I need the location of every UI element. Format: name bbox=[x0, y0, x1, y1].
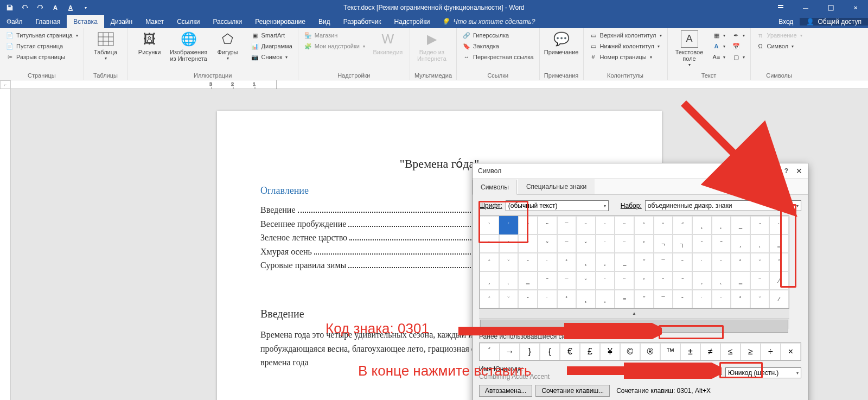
tab-symbols[interactable]: Символы bbox=[473, 180, 517, 195]
char-cell[interactable]: ˇ bbox=[499, 253, 519, 271]
recent-cell[interactable]: ≤ bbox=[720, 343, 741, 360]
char-cell[interactable]: ¯ bbox=[557, 271, 577, 290]
char-cell[interactable]: ¨ bbox=[615, 271, 634, 290]
wikipedia-button[interactable]: WВикипедия bbox=[371, 30, 405, 55]
recent-cell[interactable]: ÷ bbox=[761, 343, 781, 360]
tab-special[interactable]: Специальные знаки bbox=[518, 179, 595, 194]
recent-cell[interactable]: { bbox=[540, 343, 560, 360]
char-cell[interactable]: ¨ bbox=[712, 253, 731, 271]
char-cell[interactable]: ˛ bbox=[596, 290, 615, 308]
char-cell[interactable]: ˆ bbox=[518, 216, 538, 234]
char-cell[interactable]: ` bbox=[480, 216, 499, 234]
char-cell[interactable]: ˛ bbox=[596, 253, 615, 271]
equation-button[interactable]: πУравнение▾ bbox=[755, 30, 803, 40]
char-cell[interactable]: ˛ bbox=[750, 234, 770, 253]
recent-cell[interactable]: ® bbox=[640, 343, 660, 360]
shortcut-key-button[interactable]: Сочетание клавиш... bbox=[535, 385, 610, 397]
scroll-thumb[interactable] bbox=[480, 320, 788, 333]
tab-developer[interactable]: Разработчик bbox=[337, 15, 388, 28]
tab-selector[interactable]: ⌐ bbox=[0, 80, 11, 89]
table-button[interactable]: Таблица▾ bbox=[88, 30, 123, 61]
tab-references[interactable]: Ссылки bbox=[170, 15, 206, 28]
from-combo[interactable]: Юникод (шестн.)▾ bbox=[725, 367, 801, 378]
char-cell[interactable]: ˚ bbox=[634, 271, 654, 290]
save-icon[interactable] bbox=[5, 3, 14, 12]
char-cell[interactable]: ¸ bbox=[692, 271, 712, 290]
char-cell[interactable]: ‗ bbox=[615, 253, 634, 271]
bookmark-button[interactable]: 🔖Закладка bbox=[461, 41, 535, 51]
char-cell[interactable]: ˙ bbox=[538, 253, 557, 271]
tab-addins[interactable]: Надстройки bbox=[388, 15, 437, 28]
char-cell[interactable]: ˇ bbox=[750, 253, 770, 271]
dialog-titlebar[interactable]: Символ ? ✕ bbox=[473, 163, 808, 179]
help-icon[interactable]: ? bbox=[784, 167, 788, 175]
char-cell[interactable]: ˙ bbox=[596, 271, 615, 290]
char-cell[interactable]: ˝ bbox=[634, 290, 654, 308]
store-button[interactable]: 🏪Магазин bbox=[303, 30, 366, 40]
char-cell[interactable]: ˘ bbox=[576, 271, 596, 290]
char-cell[interactable]: ¸ bbox=[692, 216, 712, 234]
pictures-button[interactable]: 🖼Рисунки bbox=[132, 30, 167, 62]
screenshot-button[interactable]: 📷Снимок▾ bbox=[250, 52, 293, 62]
char-cell[interactable]: ˚ bbox=[731, 290, 750, 308]
char-cell[interactable]: ˆ bbox=[518, 234, 538, 253]
recent-cell[interactable]: € bbox=[560, 343, 580, 360]
tab-layout[interactable]: Макет bbox=[139, 15, 170, 28]
char-cell[interactable]: ˇ bbox=[692, 234, 712, 253]
dropcap-button[interactable]: A≡▾ bbox=[711, 52, 726, 62]
my-addins-button[interactable]: 🧩Мои надстройки▾ bbox=[303, 41, 366, 51]
quick-parts-button[interactable]: ▦▾ bbox=[711, 30, 726, 40]
char-cell[interactable]: ¸ bbox=[576, 290, 596, 308]
chart-button[interactable]: 📊Диаграмма bbox=[250, 41, 293, 51]
char-cell[interactable]: ˝ bbox=[634, 253, 654, 271]
char-cell[interactable]: ˘ bbox=[518, 253, 538, 271]
cross-reference-button[interactable]: ↔Перекрестная ссылка bbox=[461, 52, 535, 62]
char-cell[interactable]: ˝ bbox=[769, 253, 789, 271]
page-number-button[interactable]: #Номер страницы▾ bbox=[588, 52, 663, 62]
tab-design[interactable]: Дизайн bbox=[104, 15, 139, 28]
char-cell[interactable]: ˚ bbox=[557, 253, 577, 271]
object-button[interactable]: ▢▾ bbox=[731, 52, 746, 62]
maximize-icon[interactable] bbox=[818, 0, 843, 15]
comment-button[interactable]: 💬Примечание bbox=[544, 30, 579, 55]
char-cell[interactable]: ˆ bbox=[480, 253, 499, 271]
recent-cell[interactable]: ´ bbox=[480, 343, 500, 360]
char-cell[interactable]: ¸ bbox=[576, 253, 596, 271]
char-cell[interactable]: ˘ bbox=[576, 216, 596, 234]
char-cell[interactable]: ˝ bbox=[538, 271, 557, 290]
char-cell[interactable]: ˘ bbox=[576, 234, 596, 253]
char-cell[interactable]: ˇ bbox=[654, 271, 673, 290]
char-cell[interactable]: ‾ bbox=[750, 271, 770, 290]
char-cell[interactable]: ¯ bbox=[557, 216, 577, 234]
undo-icon[interactable] bbox=[21, 3, 29, 12]
share-button[interactable]: 👤 Общий доступ bbox=[800, 18, 868, 26]
tab-mailings[interactable]: Рассылки bbox=[206, 15, 248, 28]
recent-cell[interactable]: ≠ bbox=[700, 343, 720, 360]
recent-cell[interactable]: × bbox=[781, 343, 801, 360]
ribbon-options-icon[interactable] bbox=[768, 0, 793, 15]
char-cell[interactable]: ¨ bbox=[615, 234, 634, 253]
recent-cell[interactable]: © bbox=[620, 343, 640, 360]
char-cell[interactable]: ˛ bbox=[712, 271, 731, 290]
signature-button[interactable]: ✒▾ bbox=[731, 30, 746, 40]
close-icon[interactable]: ✕ bbox=[796, 167, 802, 175]
char-cell[interactable]: ˛ bbox=[712, 216, 731, 234]
char-cell[interactable]: ˝ bbox=[673, 271, 692, 290]
autocorrect-button[interactable]: Автозамена... bbox=[479, 385, 532, 397]
character-grid[interactable]: `´ˆ˜¯˘˙¨˚ˇ˝¸˛‗¨˙`´ˆ˜¯˘˙¨˚¬┐ˇ˝¸˛‗ˆˇ˘˙˚¸˛‗… bbox=[479, 215, 789, 309]
char-cell[interactable]: ∕ bbox=[769, 271, 789, 290]
tab-insert[interactable]: Вставка bbox=[67, 15, 104, 28]
char-cell[interactable]: ` bbox=[480, 234, 499, 253]
recent-cell[interactable]: ™ bbox=[660, 343, 680, 360]
char-cell[interactable]: ˝ bbox=[673, 216, 692, 234]
char-cell[interactable]: ¨ bbox=[750, 216, 770, 234]
char-cell[interactable]: ¨ bbox=[712, 290, 731, 308]
char-cell[interactable]: ‗ bbox=[731, 216, 750, 234]
char-cell[interactable]: ˘ bbox=[673, 253, 692, 271]
char-cell[interactable]: ‗ bbox=[518, 271, 538, 290]
char-cell[interactable]: ˚ bbox=[634, 216, 654, 234]
scroll-up-icon[interactable]: ▲ bbox=[479, 309, 789, 319]
textbox-button[interactable]: AТекстовое поле▾ bbox=[672, 30, 707, 68]
page-break-button[interactable]: ✂Разрыв страницы bbox=[4, 52, 79, 62]
char-cell[interactable]: ˇ bbox=[750, 290, 770, 308]
